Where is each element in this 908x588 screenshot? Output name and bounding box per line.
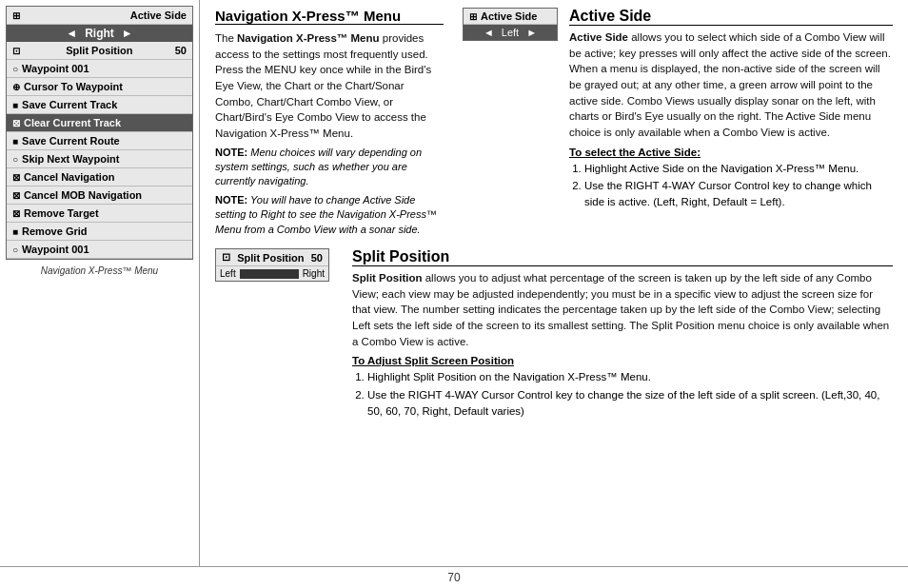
active-side-widget-preview: ⊞ Active Side ◄ Left ► bbox=[463, 8, 558, 41]
widget-arrow-left: ◄ bbox=[484, 27, 494, 38]
split-pos-step-1: Highlight Split Position on the Navigati… bbox=[367, 369, 893, 385]
menu-label-save-route: Save Current Route bbox=[22, 135, 120, 147]
menu-item-save-track[interactable]: ■ Save Current Track bbox=[7, 96, 192, 114]
menu-label-cursor-waypoint: Cursor To Waypoint bbox=[24, 81, 123, 92]
note-2-text: You will have to change Active Side sett… bbox=[215, 194, 437, 235]
note-1: NOTE: Menu choices will vary depending o… bbox=[215, 146, 444, 189]
arrow-right: ► bbox=[122, 27, 133, 40]
menu-label-remove-grid: Remove Grid bbox=[22, 225, 87, 237]
split-pos-body: Split Position allows you to adjust what… bbox=[352, 270, 893, 349]
active-side-title-wrapper: Active Side Active Side allows you to se… bbox=[569, 8, 893, 212]
split-pos-steps: Highlight Split Position on the Navigati… bbox=[367, 369, 893, 419]
menu-label-cancel-mob: Cancel MOB Navigation bbox=[24, 189, 142, 201]
active-side-icon: ⊞ bbox=[12, 10, 20, 21]
split-pos-title: Split Position bbox=[352, 248, 893, 266]
split-pos-value: 50 bbox=[175, 45, 187, 56]
split-position-section: ⊡ Split Position 50 Left Right Split Pos… bbox=[215, 248, 893, 421]
left-panel: ⊞ Active Side ◄ Right ► ⊡ Split Position… bbox=[0, 0, 200, 566]
remove-target-icon: ⊠ bbox=[12, 208, 20, 219]
clear-track-icon: ⊠ bbox=[12, 118, 20, 128]
active-side-section: ⊞ Active Side ◄ Left ► Active Side Activ… bbox=[463, 8, 893, 241]
active-side-step-1: Highlight Active Side on the Navigation … bbox=[584, 161, 893, 177]
cursor-waypoint-icon: ⊕ bbox=[12, 82, 20, 92]
menu-widget: ⊞ Active Side ◄ Right ► ⊡ Split Position… bbox=[6, 6, 193, 260]
split-pos-icon: ⊡ bbox=[12, 46, 20, 56]
menu-item-remove-target[interactable]: ⊠ Remove Target bbox=[7, 205, 192, 223]
split-pos-bar-row: Left Right bbox=[216, 266, 328, 281]
widget-active-side-value: Left bbox=[502, 27, 519, 38]
split-pos-subheading: To Adjust Split Screen Position bbox=[352, 355, 893, 366]
menu-item-cancel-mob[interactable]: ⊠ Cancel MOB Navigation bbox=[7, 186, 192, 205]
menu-item-active-side[interactable]: ⊞ Active Side bbox=[7, 7, 192, 25]
widget-arrow-right: ► bbox=[526, 27, 537, 38]
menu-item-clear-track[interactable]: ⊠ Clear Current Track bbox=[7, 114, 192, 132]
menu-label-save-track: Save Current Track bbox=[22, 99, 117, 110]
menu-label-clear-track: Clear Current Track bbox=[24, 117, 121, 128]
split-right-label: Right bbox=[303, 268, 325, 279]
menu-label-active-side: Active Side bbox=[130, 10, 187, 21]
main-title: Navigation X-Press™ Menu bbox=[215, 8, 444, 25]
active-side-value-row[interactable]: ◄ Right ► bbox=[7, 25, 192, 42]
active-side-header: ⊞ Active Side ◄ Left ► Active Side Activ… bbox=[463, 8, 893, 212]
active-side-body: Active Side allows you to select which s… bbox=[569, 29, 893, 141]
left-content-block: Navigation X-Press™ Menu The Navigation … bbox=[215, 8, 444, 241]
split-pos-step-2: Use the RIGHT 4-WAY Cursor Control key t… bbox=[367, 387, 893, 419]
split-pos-content: Split Position Split Position allows you… bbox=[352, 248, 893, 421]
active-side-step-2: Use the RIGHT 4-WAY Cursor Control key t… bbox=[584, 178, 893, 209]
widget-active-side-label: Active Side bbox=[481, 10, 537, 22]
active-side-subheading: To select the Active Side: bbox=[569, 147, 893, 158]
menu-label-split-pos: Split Position bbox=[66, 45, 132, 56]
menu-caption: Navigation X-Press™ Menu bbox=[0, 265, 199, 276]
menu-label-skip-waypoint: Skip Next Waypoint bbox=[22, 153, 119, 165]
menu-label-waypoint-bottom: Waypoint 001 bbox=[22, 244, 89, 255]
skip-waypoint-icon: ○ bbox=[12, 154, 18, 165]
menu-item-cancel-nav[interactable]: ⊠ Cancel Navigation bbox=[7, 168, 192, 186]
arrow-left: ◄ bbox=[66, 27, 77, 40]
split-pos-widget-preview: ⊡ Split Position 50 Left Right bbox=[215, 248, 329, 282]
cancel-nav-icon: ⊠ bbox=[12, 172, 20, 183]
footer: 70 bbox=[0, 566, 908, 588]
menu-item-remove-grid[interactable]: ■ Remove Grid bbox=[7, 223, 192, 241]
menu-label-remove-target: Remove Target bbox=[24, 207, 99, 219]
page-number: 70 bbox=[447, 571, 460, 584]
split-pos-widget-value: 50 bbox=[311, 252, 323, 264]
waypoint-icon-1: ○ bbox=[12, 64, 18, 74]
menu-item-split-pos[interactable]: ⊡ Split Position 50 bbox=[7, 42, 192, 60]
menu-item-cursor-waypoint[interactable]: ⊕ Cursor To Waypoint bbox=[7, 78, 192, 96]
split-left-label: Left bbox=[220, 268, 236, 279]
remove-grid-icon: ■ bbox=[12, 226, 18, 237]
intro-text: The Navigation X-Press™ Menu provides ac… bbox=[215, 30, 444, 142]
waypoint-icon-2: ○ bbox=[12, 245, 18, 255]
cancel-mob-icon: ⊠ bbox=[12, 190, 20, 201]
save-route-icon: ■ bbox=[12, 136, 18, 147]
note-2: NOTE: You will have to change Active Sid… bbox=[215, 193, 444, 237]
right-panel: Navigation X-Press™ Menu The Navigation … bbox=[200, 0, 908, 566]
menu-item-skip-waypoint[interactable]: ○ Skip Next Waypoint bbox=[7, 150, 192, 168]
split-bar bbox=[240, 269, 299, 279]
menu-label-waypoint-001: Waypoint 001 bbox=[22, 63, 89, 74]
save-track-icon: ■ bbox=[12, 100, 18, 110]
split-pos-widget-header: ⊡ Split Position 50 bbox=[216, 249, 328, 266]
menu-item-waypoint-bottom[interactable]: ○ Waypoint 001 bbox=[7, 241, 192, 259]
widget-active-side-icon: ⊞ bbox=[469, 11, 477, 22]
menu-label-cancel-nav: Cancel Navigation bbox=[24, 171, 114, 183]
active-side-steps: Highlight Active Side on the Navigation … bbox=[584, 161, 893, 210]
menu-item-save-route[interactable]: ■ Save Current Route bbox=[7, 132, 192, 150]
widget-active-side-value-row: ◄ Left ► bbox=[464, 25, 557, 40]
widget-active-side-label-row: ⊞ Active Side bbox=[464, 9, 557, 25]
menu-item-waypoint-001[interactable]: ○ Waypoint 001 bbox=[7, 60, 192, 78]
active-side-value: Right bbox=[85, 27, 114, 40]
split-pos-widget-label: Split Position bbox=[237, 252, 304, 264]
active-side-title: Active Side bbox=[569, 8, 893, 26]
